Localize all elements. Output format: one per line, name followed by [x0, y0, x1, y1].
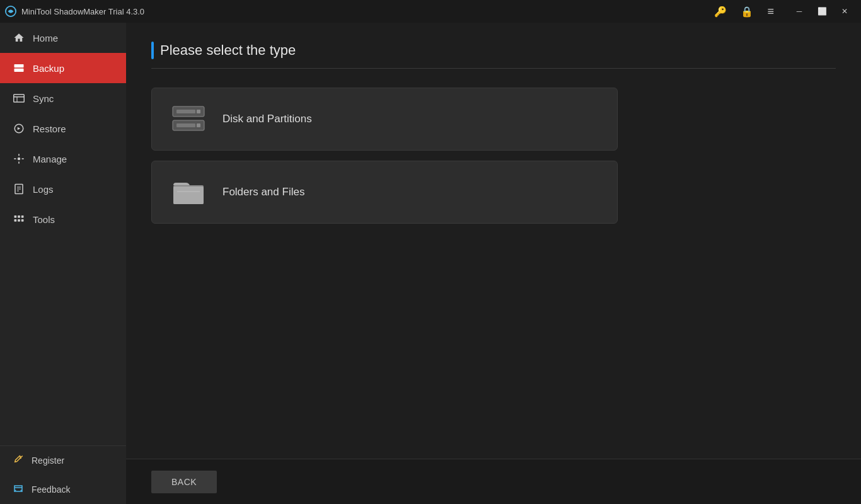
- bottom-bar: BACK: [126, 459, 861, 504]
- sidebar-item-restore[interactable]: Restore: [0, 113, 126, 144]
- sidebar-item-manage[interactable]: Manage: [0, 144, 126, 174]
- sidebar-item-sync[interactable]: Sync: [0, 83, 126, 113]
- menu-icon[interactable]: ≡: [765, 3, 777, 21]
- svg-rect-28: [173, 186, 204, 204]
- disk-icon: [170, 103, 207, 135]
- sidebar-item-feedback[interactable]: Feedback: [0, 475, 126, 504]
- lock-icon[interactable]: 🔒: [738, 3, 756, 20]
- svg-rect-18: [18, 219, 20, 222]
- sidebar-label-tools: Tools: [33, 214, 55, 225]
- back-button[interactable]: BACK: [151, 471, 217, 493]
- restore-button[interactable]: ⬜: [811, 0, 833, 23]
- close-button[interactable]: ✕: [833, 0, 856, 23]
- svg-rect-26: [197, 123, 200, 127]
- sidebar-label-home: Home: [33, 33, 58, 43]
- sidebar-label-backup: Backup: [33, 63, 64, 74]
- svg-point-9: [18, 158, 21, 161]
- sidebar-label-manage: Manage: [33, 154, 67, 164]
- content-area: Please select the type Dis: [126, 23, 861, 504]
- svg-rect-23: [197, 110, 200, 113]
- feedback-icon: [13, 484, 24, 495]
- register-label: Register: [32, 455, 64, 466]
- svg-rect-15: [18, 215, 20, 218]
- restore-icon: [13, 122, 25, 135]
- backup-icon: [13, 62, 25, 74]
- svg-rect-25: [176, 123, 195, 127]
- sidebar-label-logs: Logs: [33, 184, 54, 195]
- sidebar-item-tools[interactable]: Tools: [0, 204, 126, 234]
- folders-files-label: Folders and Files: [222, 186, 304, 198]
- minimize-button[interactable]: ─: [788, 0, 811, 23]
- home-icon: [13, 32, 25, 44]
- app-logo: [5, 6, 16, 17]
- disk-partitions-card[interactable]: Disk and Partitions: [151, 88, 618, 151]
- titlebar-icons: 🔑 🔒 ≡: [712, 3, 777, 21]
- sidebar-item-register[interactable]: Register: [0, 446, 126, 475]
- register-icon: [13, 455, 24, 466]
- svg-rect-22: [176, 110, 195, 113]
- svg-rect-16: [21, 215, 24, 218]
- page-title-container: Please select the type: [151, 42, 836, 69]
- sidebar-label-sync: Sync: [33, 93, 54, 104]
- svg-rect-14: [14, 215, 17, 218]
- sidebar-item-logs[interactable]: Logs: [0, 174, 126, 204]
- feedback-label: Feedback: [32, 484, 70, 495]
- page-title: Please select the type: [160, 42, 296, 59]
- sync-icon: [13, 92, 25, 105]
- svg-rect-5: [14, 94, 25, 102]
- titlebar: MiniTool ShadowMaker Trial 4.3.0 🔑 🔒 ≡ ─…: [0, 0, 861, 23]
- tools-icon: [13, 213, 25, 226]
- main-layout: Home Backup Sync Restore: [0, 23, 861, 504]
- titlebar-controls: ─ ⬜ ✕: [788, 0, 856, 23]
- sidebar: Home Backup Sync Restore: [0, 23, 126, 504]
- svg-point-4: [21, 69, 22, 71]
- folder-icon: [170, 176, 207, 208]
- sidebar-bottom: Register Feedback: [0, 445, 126, 504]
- svg-rect-19: [21, 219, 24, 222]
- svg-rect-17: [14, 219, 17, 222]
- key-icon[interactable]: 🔑: [712, 3, 729, 20]
- titlebar-left: MiniTool ShadowMaker Trial 4.3.0: [5, 6, 144, 17]
- folders-files-card[interactable]: Folders and Files: [151, 161, 618, 224]
- sidebar-item-backup[interactable]: Backup: [0, 53, 126, 83]
- manage-icon: [13, 152, 25, 165]
- svg-point-3: [21, 66, 22, 67]
- titlebar-title: MiniTool ShadowMaker Trial 4.3.0: [21, 7, 144, 16]
- content-inner: Please select the type Dis: [126, 23, 861, 459]
- disk-partitions-label: Disk and Partitions: [222, 113, 312, 125]
- title-accent: [151, 42, 154, 59]
- sidebar-label-restore: Restore: [33, 123, 66, 134]
- sidebar-item-home[interactable]: Home: [0, 23, 126, 53]
- logs-icon: [13, 183, 25, 195]
